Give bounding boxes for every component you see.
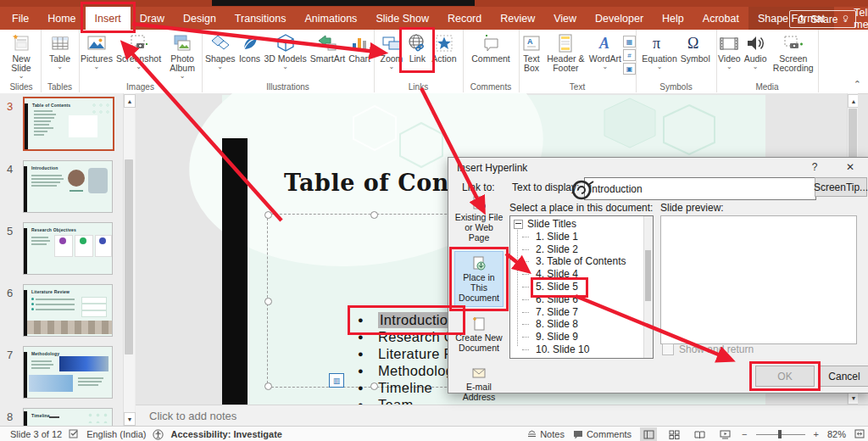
smartart-button[interactable]: SmartArt [309, 32, 347, 64]
thumbnail-slide-5[interactable]: Research Objectives [23, 222, 113, 275]
resize-handle[interactable] [264, 382, 272, 390]
tab-home[interactable]: Home [38, 7, 85, 30]
dialog-title-bar[interactable]: Insert Hyperlink [448, 158, 868, 178]
tab-record[interactable]: Record [438, 7, 491, 30]
tree-item-slide-2[interactable]: 2. Slide 2 [514, 243, 643, 256]
scroll-down-icon[interactable]: ▼ [124, 412, 136, 426]
shapes-button[interactable]: Shapes⌄ [203, 32, 237, 70]
tab-view[interactable]: View [544, 7, 586, 30]
tree-item-slide-10[interactable]: 10. Slide 10 [514, 343, 643, 356]
date-time-icon[interactable]: ▦ [623, 36, 636, 47]
screenshot-button[interactable]: Screenshot⌄ [114, 32, 163, 70]
accessibility-status[interactable]: Accessibility: Investigate [170, 429, 281, 439]
link-button[interactable]: Link [404, 32, 430, 64]
text-to-display-input[interactable]: Introduction [584, 177, 816, 200]
tab-review[interactable]: Review [491, 7, 544, 30]
zoom-out-button[interactable]: − [742, 429, 747, 439]
resize-handle[interactable] [264, 298, 272, 305]
tab-help[interactable]: Help [653, 7, 693, 30]
comment-button[interactable]: Comment [470, 32, 512, 64]
equation-button[interactable]: π Equation⌄ [640, 32, 678, 70]
notes-toggle[interactable]: Notes [527, 429, 565, 439]
comments-toggle[interactable]: Comments [573, 429, 632, 439]
scroll-up-icon[interactable]: ▲ [124, 94, 136, 108]
zoom-slider[interactable] [756, 429, 805, 439]
zoom-button[interactable]: Zoom⌄ [378, 32, 404, 70]
screen-recording-button[interactable]: Screen Recording [769, 32, 818, 74]
bullet-team[interactable]: ●Team [358, 396, 663, 405]
normal-view-button[interactable] [640, 427, 657, 441]
3d-models-button[interactable]: 3D Models⌄ [263, 32, 309, 70]
thumbnail-slide-8[interactable]: Timeline [23, 408, 113, 426]
scrollbar-thumb[interactable] [645, 250, 651, 301]
tab-insert[interactable]: Insert [86, 7, 131, 30]
tab-animations[interactable]: Animations [296, 7, 367, 30]
new-slide-button[interactable]: New Slide⌄ [2, 32, 41, 80]
scrollbar-thumb[interactable] [125, 159, 133, 354]
collapse-ribbon-icon[interactable]: ⌃ [854, 79, 861, 90]
ok-button[interactable]: OK [755, 366, 815, 387]
tree-item-slide-7[interactable]: 7. Slide 7 [514, 306, 643, 319]
fit-slide-icon[interactable] [854, 429, 865, 440]
symbol-button[interactable]: Ω Symbol [679, 32, 712, 64]
link-to-create-new-document[interactable]: Create New Document [454, 312, 504, 356]
insert-object-icon[interactable]: ▣ [623, 63, 636, 75]
pictures-button[interactable]: Pictures⌄ [79, 32, 114, 70]
tab-slide-show[interactable]: Slide Show [366, 7, 438, 30]
tree-item-slide-8[interactable]: 8. Slide 8 [514, 318, 643, 331]
video-button[interactable]: Video⌄ [716, 32, 743, 70]
collapse-icon[interactable] [514, 220, 523, 229]
link-to-existing-file[interactable]: Existing File or Web Page [454, 192, 504, 246]
zoom-percentage[interactable]: 82% [827, 429, 846, 439]
chart-placeholder-icon[interactable]: ▥ [329, 373, 344, 388]
spellcheck-icon[interactable] [69, 429, 80, 439]
text-box-button[interactable]: A Text Box [519, 32, 544, 74]
tree-item-slide-4[interactable]: 4. Slide 4 [514, 268, 643, 281]
screentip-button[interactable]: ScreenTip... [815, 177, 867, 197]
link-to-place-in-document[interactable]: Place in This Document [454, 251, 504, 307]
tree-item-slide-9[interactable]: 9. Slide 9 [514, 331, 643, 343]
resize-handle[interactable] [264, 211, 272, 219]
zoom-slider-handle[interactable] [778, 430, 782, 438]
thumbnail-slide-6[interactable]: Literature Review [23, 284, 113, 337]
table-button[interactable]: Table⌄ [47, 32, 73, 70]
dialog-help-button[interactable]: ? [808, 161, 821, 173]
tab-design[interactable]: Design [174, 7, 225, 30]
thumbnail-slide-3[interactable]: Table of Contents [23, 97, 114, 151]
chart-button[interactable]: Chart [347, 32, 372, 64]
tab-draw[interactable]: Draw [131, 7, 174, 30]
link-to-email-address[interactable]: E-mail Address [454, 361, 504, 405]
wordart-button[interactable]: A WordArt⌄ [587, 32, 623, 70]
tree-item-slide-6[interactable]: 6. Slide 6 [514, 293, 643, 306]
tree-item-table-of-contents[interactable]: 3. Table of Contents [514, 255, 643, 268]
thumbnail-slide-4[interactable]: Introduction [23, 160, 113, 213]
slide-number-icon[interactable]: # [623, 49, 636, 61]
cancel-button[interactable]: Cancel [820, 366, 868, 387]
action-button[interactable]: Action [430, 32, 458, 64]
icons-button[interactable]: Icons [237, 32, 263, 64]
show-and-return-checkbox[interactable]: Show and return [662, 343, 754, 355]
tree-scrollbar[interactable] [643, 216, 653, 358]
tree-item-slide-1[interactable]: 1. Slide 1 [514, 231, 643, 243]
thumbnail-slide-7[interactable]: Methodology [23, 346, 113, 399]
tab-developer[interactable]: Developer [586, 7, 653, 30]
thumbnail-scrollbar[interactable]: ▲ ▼ [123, 93, 135, 426]
dialog-close-icon[interactable]: ✕ [843, 161, 857, 173]
tab-acrobat[interactable]: Acrobat [693, 7, 748, 30]
tree-item-slide-5[interactable]: 5. Slide 5 [514, 281, 643, 293]
reading-view-button[interactable] [691, 427, 708, 441]
document-place-tree[interactable]: Slide Titles 1. Slide 1 2. Slide 2 3. Ta… [509, 215, 654, 359]
tab-transitions[interactable]: Transitions [225, 7, 296, 30]
resize-handle[interactable] [370, 211, 378, 219]
tree-root-slide-titles[interactable]: Slide Titles [514, 218, 643, 231]
scroll-up-icon[interactable]: ▲ [848, 94, 858, 108]
header-footer-button[interactable]: Header & Footer [544, 32, 587, 74]
zoom-in-button[interactable]: + [814, 429, 819, 439]
language-indicator[interactable]: English (India) [86, 429, 146, 439]
tab-file[interactable]: File [0, 7, 38, 30]
photo-album-button[interactable]: Photo Album⌄ [163, 32, 202, 80]
share-button[interactable]: Share⌄ [789, 10, 856, 28]
audio-button[interactable]: Audio⌄ [743, 32, 769, 70]
slide-sorter-view-button[interactable] [665, 427, 682, 441]
slideshow-view-button[interactable] [716, 427, 733, 441]
